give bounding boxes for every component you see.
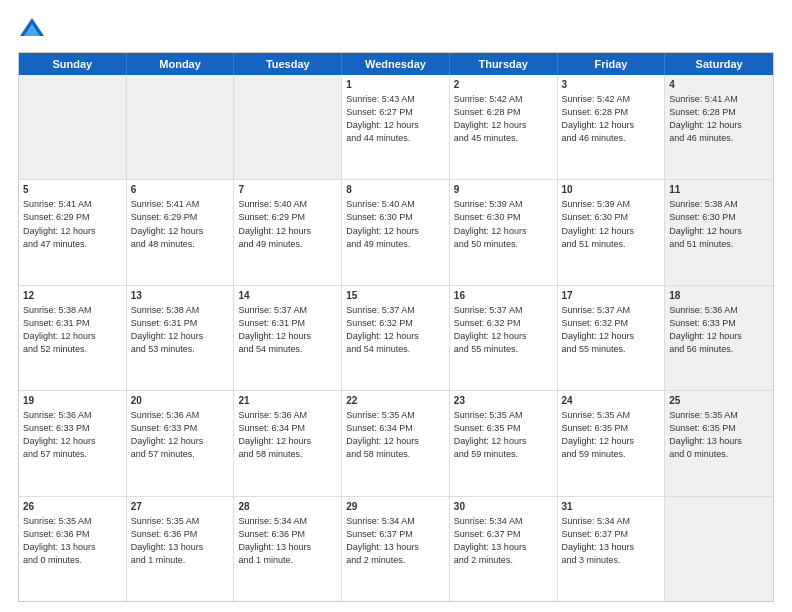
cal-cell-day-20: 20Sunrise: 5:36 AM Sunset: 6:33 PM Dayli… [127,391,235,495]
cell-info: Sunrise: 5:40 AM Sunset: 6:29 PM Dayligh… [238,199,311,248]
header-day-thursday: Thursday [450,53,558,75]
cal-cell-empty [234,75,342,179]
day-number: 15 [346,289,445,303]
cell-info: Sunrise: 5:36 AM Sunset: 6:33 PM Dayligh… [23,410,96,459]
cell-info: Sunrise: 5:39 AM Sunset: 6:30 PM Dayligh… [562,199,635,248]
cell-info: Sunrise: 5:38 AM Sunset: 6:30 PM Dayligh… [669,199,742,248]
cell-info: Sunrise: 5:36 AM Sunset: 6:34 PM Dayligh… [238,410,311,459]
cell-info: Sunrise: 5:34 AM Sunset: 6:36 PM Dayligh… [238,516,311,565]
day-number: 16 [454,289,553,303]
cal-cell-day-26: 26Sunrise: 5:35 AM Sunset: 6:36 PM Dayli… [19,497,127,601]
cell-info: Sunrise: 5:43 AM Sunset: 6:27 PM Dayligh… [346,94,419,143]
cell-info: Sunrise: 5:42 AM Sunset: 6:28 PM Dayligh… [562,94,635,143]
cell-info: Sunrise: 5:35 AM Sunset: 6:36 PM Dayligh… [131,516,204,565]
day-number: 17 [562,289,661,303]
cal-cell-day-1: 1Sunrise: 5:43 AM Sunset: 6:27 PM Daylig… [342,75,450,179]
cell-info: Sunrise: 5:41 AM Sunset: 6:29 PM Dayligh… [23,199,96,248]
cell-info: Sunrise: 5:34 AM Sunset: 6:37 PM Dayligh… [562,516,635,565]
cell-info: Sunrise: 5:38 AM Sunset: 6:31 PM Dayligh… [23,305,96,354]
logo-icon [18,16,46,44]
header-day-tuesday: Tuesday [234,53,342,75]
cell-info: Sunrise: 5:37 AM Sunset: 6:31 PM Dayligh… [238,305,311,354]
day-number: 7 [238,183,337,197]
day-number: 30 [454,500,553,514]
cell-info: Sunrise: 5:35 AM Sunset: 6:35 PM Dayligh… [454,410,527,459]
cell-info: Sunrise: 5:37 AM Sunset: 6:32 PM Dayligh… [562,305,635,354]
calendar-row-4: 19Sunrise: 5:36 AM Sunset: 6:33 PM Dayli… [19,390,773,495]
day-number: 19 [23,394,122,408]
day-number: 5 [23,183,122,197]
day-number: 23 [454,394,553,408]
calendar-row-2: 5Sunrise: 5:41 AM Sunset: 6:29 PM Daylig… [19,179,773,284]
cell-info: Sunrise: 5:35 AM Sunset: 6:36 PM Dayligh… [23,516,96,565]
cell-info: Sunrise: 5:42 AM Sunset: 6:28 PM Dayligh… [454,94,527,143]
cell-info: Sunrise: 5:36 AM Sunset: 6:33 PM Dayligh… [669,305,742,354]
cal-cell-day-9: 9Sunrise: 5:39 AM Sunset: 6:30 PM Daylig… [450,180,558,284]
cell-info: Sunrise: 5:37 AM Sunset: 6:32 PM Dayligh… [346,305,419,354]
cal-cell-day-7: 7Sunrise: 5:40 AM Sunset: 6:29 PM Daylig… [234,180,342,284]
cal-cell-day-3: 3Sunrise: 5:42 AM Sunset: 6:28 PM Daylig… [558,75,666,179]
cal-cell-day-27: 27Sunrise: 5:35 AM Sunset: 6:36 PM Dayli… [127,497,235,601]
day-number: 12 [23,289,122,303]
cal-cell-empty [127,75,235,179]
cal-cell-day-24: 24Sunrise: 5:35 AM Sunset: 6:35 PM Dayli… [558,391,666,495]
cal-cell-day-4: 4Sunrise: 5:41 AM Sunset: 6:28 PM Daylig… [665,75,773,179]
calendar-row-5: 26Sunrise: 5:35 AM Sunset: 6:36 PM Dayli… [19,496,773,601]
day-number: 10 [562,183,661,197]
day-number: 11 [669,183,769,197]
cal-cell-day-6: 6Sunrise: 5:41 AM Sunset: 6:29 PM Daylig… [127,180,235,284]
cal-cell-day-22: 22Sunrise: 5:35 AM Sunset: 6:34 PM Dayli… [342,391,450,495]
cal-cell-day-29: 29Sunrise: 5:34 AM Sunset: 6:37 PM Dayli… [342,497,450,601]
cal-cell-day-19: 19Sunrise: 5:36 AM Sunset: 6:33 PM Dayli… [19,391,127,495]
cell-info: Sunrise: 5:35 AM Sunset: 6:35 PM Dayligh… [669,410,742,459]
calendar: SundayMondayTuesdayWednesdayThursdayFrid… [18,52,774,602]
cal-cell-empty [19,75,127,179]
header [18,16,774,44]
day-number: 6 [131,183,230,197]
day-number: 28 [238,500,337,514]
day-number: 18 [669,289,769,303]
cell-info: Sunrise: 5:35 AM Sunset: 6:34 PM Dayligh… [346,410,419,459]
cell-info: Sunrise: 5:40 AM Sunset: 6:30 PM Dayligh… [346,199,419,248]
cell-info: Sunrise: 5:41 AM Sunset: 6:29 PM Dayligh… [131,199,204,248]
day-number: 8 [346,183,445,197]
header-day-saturday: Saturday [665,53,773,75]
cal-cell-day-11: 11Sunrise: 5:38 AM Sunset: 6:30 PM Dayli… [665,180,773,284]
header-day-sunday: Sunday [19,53,127,75]
page: SundayMondayTuesdayWednesdayThursdayFrid… [0,0,792,612]
day-number: 2 [454,78,553,92]
day-number: 21 [238,394,337,408]
day-number: 25 [669,394,769,408]
cal-cell-day-15: 15Sunrise: 5:37 AM Sunset: 6:32 PM Dayli… [342,286,450,390]
cell-info: Sunrise: 5:36 AM Sunset: 6:33 PM Dayligh… [131,410,204,459]
cal-cell-day-16: 16Sunrise: 5:37 AM Sunset: 6:32 PM Dayli… [450,286,558,390]
cal-cell-day-18: 18Sunrise: 5:36 AM Sunset: 6:33 PM Dayli… [665,286,773,390]
header-day-monday: Monday [127,53,235,75]
header-day-friday: Friday [558,53,666,75]
calendar-header: SundayMondayTuesdayWednesdayThursdayFrid… [19,53,773,75]
day-number: 29 [346,500,445,514]
calendar-row-3: 12Sunrise: 5:38 AM Sunset: 6:31 PM Dayli… [19,285,773,390]
day-number: 13 [131,289,230,303]
day-number: 24 [562,394,661,408]
cell-info: Sunrise: 5:41 AM Sunset: 6:28 PM Dayligh… [669,94,742,143]
day-number: 1 [346,78,445,92]
header-day-wednesday: Wednesday [342,53,450,75]
cal-cell-day-28: 28Sunrise: 5:34 AM Sunset: 6:36 PM Dayli… [234,497,342,601]
day-number: 22 [346,394,445,408]
cal-cell-day-31: 31Sunrise: 5:34 AM Sunset: 6:37 PM Dayli… [558,497,666,601]
cal-cell-day-23: 23Sunrise: 5:35 AM Sunset: 6:35 PM Dayli… [450,391,558,495]
cell-info: Sunrise: 5:34 AM Sunset: 6:37 PM Dayligh… [346,516,419,565]
cal-cell-day-21: 21Sunrise: 5:36 AM Sunset: 6:34 PM Dayli… [234,391,342,495]
calendar-row-1: 1Sunrise: 5:43 AM Sunset: 6:27 PM Daylig… [19,75,773,179]
day-number: 9 [454,183,553,197]
cell-info: Sunrise: 5:34 AM Sunset: 6:37 PM Dayligh… [454,516,527,565]
cal-cell-day-14: 14Sunrise: 5:37 AM Sunset: 6:31 PM Dayli… [234,286,342,390]
cal-cell-day-25: 25Sunrise: 5:35 AM Sunset: 6:35 PM Dayli… [665,391,773,495]
cell-info: Sunrise: 5:35 AM Sunset: 6:35 PM Dayligh… [562,410,635,459]
day-number: 4 [669,78,769,92]
day-number: 14 [238,289,337,303]
cal-cell-day-5: 5Sunrise: 5:41 AM Sunset: 6:29 PM Daylig… [19,180,127,284]
cal-cell-empty [665,497,773,601]
cal-cell-day-30: 30Sunrise: 5:34 AM Sunset: 6:37 PM Dayli… [450,497,558,601]
